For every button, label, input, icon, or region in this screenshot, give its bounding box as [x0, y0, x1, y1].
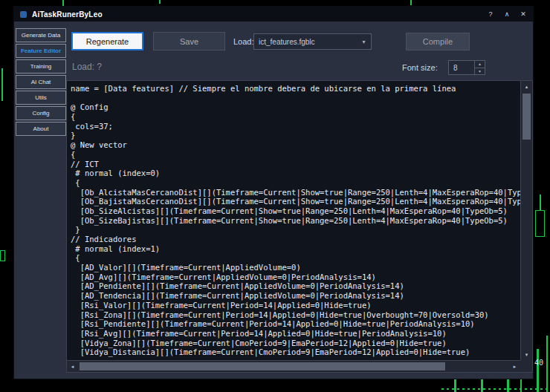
- load-label: Load:: [233, 37, 254, 46]
- code-line: [Vidya_Zona][](Timeframe=Current|CmoPeri…: [71, 339, 520, 348]
- app-icon: [20, 11, 27, 18]
- sidebar-item[interactable]: AI Chat: [16, 75, 66, 89]
- sidebar: Generate Data Feature Editor Training AI…: [16, 28, 66, 137]
- code-line: {: [71, 253, 520, 263]
- font-size-spinner[interactable]: 8 ▲ ▼: [448, 60, 485, 75]
- titlebar[interactable]: AiTaskRunerByLeo ? ∧ ✕: [14, 7, 533, 22]
- font-size-value: 8: [449, 61, 474, 74]
- chart-candle: [540, 195, 541, 210]
- titlebar-controls: ? ∧ ✕: [484, 8, 530, 20]
- vertical-scroll-thumb[interactable]: [522, 94, 531, 140]
- code-line: name = [Data features] // Siempre el nom…: [71, 84, 520, 94]
- code-line: [Rsi_Pendiente][](Timeframe=Current|Peri…: [71, 319, 520, 329]
- code-line: @ Config: [71, 102, 520, 112]
- chart-candle: [159, 0, 161, 4]
- code-line: [Ob_SizeAlcistas][](Timeframe=Current|Sh…: [71, 206, 520, 216]
- chart-candle: [410, 0, 412, 5]
- spin-down-icon[interactable]: ▼: [475, 68, 485, 75]
- desktop: 40 AiTaskRunerByLeo ? ∧ ✕ Generate Data …: [0, 0, 550, 392]
- sidebar-item[interactable]: Training: [16, 59, 66, 74]
- help-button[interactable]: ?: [484, 8, 497, 20]
- code-line: @ New vector: [71, 140, 520, 150]
- app-window: AiTaskRunerByLeo ? ∧ ✕ Generate Data Fea…: [13, 6, 534, 379]
- code-line: [Rsi_Zona][](Timeframe=Current|Period=14…: [71, 310, 520, 320]
- code-line: [AD_Pendiente][](Timeframe=Current|Appli…: [71, 281, 520, 291]
- code-line: [AD_Avg][](Timeframe=Current|AppliedVolu…: [71, 272, 520, 282]
- horizontal-scroll-thumb[interactable]: [80, 362, 445, 370]
- load-status-text: Load: ?: [72, 62, 102, 72]
- code-line: [Ob_BajistaMasCercanoDist][](Timeframe=C…: [71, 197, 520, 206]
- chart-dotted-line: [441, 388, 550, 390]
- scroll-right-icon[interactable]: ►: [509, 361, 520, 372]
- code-line: [AD_Tendencia][](Timeframe=Current|Appli…: [71, 291, 520, 301]
- sidebar-item-label: Generate Data: [22, 32, 60, 39]
- code-line: {: [71, 178, 520, 188]
- chart-price-label: 40: [534, 359, 543, 367]
- sidebar-item[interactable]: Config: [16, 106, 66, 120]
- chart-candle: [537, 349, 539, 392]
- spinner-buttons: ▲ ▼: [474, 61, 485, 74]
- compile-button[interactable]: Compile: [406, 33, 470, 50]
- code-line: {: [71, 112, 520, 122]
- vertical-scrollbar[interactable]: ▲ ▼: [520, 81, 532, 360]
- load-file-select[interactable]: ict_features.fgblc ▼: [253, 33, 372, 50]
- code-line: # normal (index=0): [71, 169, 520, 178]
- code-line: [Vidya_Distancia][](Timeframe=Current|Cm…: [71, 347, 520, 357]
- sidebar-item-label: Feature Editor: [21, 48, 61, 54]
- horizontal-scrollbar[interactable]: ◄ ►: [67, 360, 520, 372]
- sidebar-item-label: Config: [32, 110, 49, 117]
- font-size-label: Font size:: [402, 63, 438, 72]
- sidebar-item[interactable]: Generate Data: [16, 28, 66, 42]
- sidebar-item[interactable]: Utils: [16, 91, 66, 105]
- close-button[interactable]: ✕: [517, 8, 530, 20]
- load-file-value: ict_features.fgblc: [259, 38, 361, 46]
- code-line: [Ob_AlcistaMasCercanoDist][](Timeframe=C…: [71, 188, 520, 197]
- code-line: cols=37;: [71, 122, 520, 131]
- minimize-button[interactable]: ∧: [500, 8, 514, 20]
- chart-candle: [1, 68, 3, 101]
- code-line: [AD_Valor][](Timeframe=Current|AppliedVo…: [71, 263, 520, 272]
- code-line: }: [71, 225, 520, 235]
- chart-candle: [546, 336, 548, 392]
- code-line: }: [71, 131, 520, 140]
- code-area[interactable]: name = [Data features] // Siempre el nom…: [67, 81, 520, 360]
- sidebar-item-label: About: [33, 125, 49, 132]
- chart-candle: [535, 210, 545, 237]
- code-line: [Rsi_Valor][](Timeframe=Current|Period=1…: [71, 301, 520, 310]
- save-button[interactable]: Save: [153, 32, 225, 50]
- scroll-down-icon[interactable]: ▼: [521, 349, 532, 360]
- chart-candle: [0, 250, 5, 261]
- code-line: // Indicadores: [71, 235, 520, 244]
- sidebar-item-label: Utils: [35, 94, 47, 101]
- sidebar-item[interactable]: Feature Editor: [16, 44, 66, 58]
- code-line: // ICT: [71, 160, 520, 169]
- scroll-left-icon[interactable]: ◄: [67, 361, 78, 372]
- code-editor: name = [Data features] // Siempre el nom…: [66, 80, 533, 373]
- sidebar-item[interactable]: About: [16, 122, 66, 136]
- scroll-up-icon[interactable]: ▲: [521, 81, 532, 92]
- sidebar-item-label: Training: [30, 63, 52, 70]
- code-line: [Ob_SizeBajistas][](Timeframe=Current|Sh…: [71, 216, 520, 226]
- window-title: AiTaskRunerByLeo: [32, 10, 103, 19]
- code-line: # normal (index=1): [71, 244, 520, 254]
- regenerate-button[interactable]: Regenerate: [71, 32, 143, 50]
- spin-up-icon[interactable]: ▲: [475, 61, 485, 68]
- scrollbar-corner: [520, 360, 532, 372]
- chevron-down-icon: ▼: [361, 39, 366, 45]
- code-line: [Rsi_Avg][](Timeframe=Current|Period=14|…: [71, 329, 520, 339]
- sidebar-item-label: AI Chat: [31, 79, 51, 85]
- code-line: {: [71, 150, 520, 160]
- code-line: [71, 94, 520, 103]
